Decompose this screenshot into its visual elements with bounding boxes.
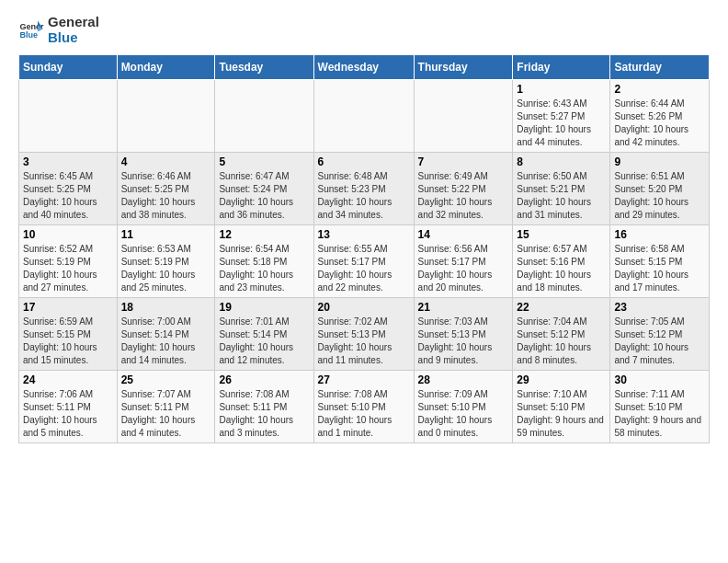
calendar-header-sunday: Sunday (19, 55, 118, 80)
calendar-cell: 30Sunrise: 7:11 AMSunset: 5:10 PMDayligh… (610, 371, 710, 443)
day-number: 2 (614, 83, 705, 96)
calendar-cell: 3Sunrise: 6:45 AMSunset: 5:25 PMDaylight… (19, 153, 118, 225)
calendar-table: SundayMondayTuesdayWednesdayThursdayFrid… (18, 54, 710, 443)
calendar-cell: 10Sunrise: 6:52 AMSunset: 5:19 PMDayligh… (19, 225, 118, 298)
day-info: Sunrise: 6:45 AMSunset: 5:25 PMDaylight:… (23, 170, 113, 222)
day-number: 23 (614, 301, 705, 314)
day-info: Sunrise: 7:03 AMSunset: 5:13 PMDaylight:… (418, 316, 509, 367)
calendar-cell: 29Sunrise: 7:10 AMSunset: 5:10 PMDayligh… (513, 371, 610, 443)
day-info: Sunrise: 6:58 AMSunset: 5:15 PMDaylight:… (614, 243, 705, 294)
calendar-cell (313, 80, 414, 153)
calendar-cell: 20Sunrise: 7:02 AMSunset: 5:13 PMDayligh… (313, 298, 414, 371)
day-info: Sunrise: 6:54 AMSunset: 5:18 PMDaylight:… (219, 243, 309, 294)
calendar-cell: 28Sunrise: 7:09 AMSunset: 5:10 PMDayligh… (414, 371, 513, 443)
svg-text:Blue: Blue (19, 30, 38, 40)
calendar-cell: 22Sunrise: 7:04 AMSunset: 5:12 PMDayligh… (513, 298, 610, 371)
calendar-header-saturday: Saturday (610, 55, 710, 80)
day-number: 4 (121, 155, 211, 168)
day-info: Sunrise: 7:07 AMSunset: 5:11 PMDaylight:… (121, 388, 211, 440)
calendar-cell (215, 80, 313, 153)
day-number: 25 (121, 373, 211, 386)
calendar-cell (414, 80, 513, 153)
day-number: 14 (418, 228, 509, 241)
calendar-cell: 4Sunrise: 6:46 AMSunset: 5:25 PMDaylight… (117, 153, 215, 225)
day-info: Sunrise: 6:47 AMSunset: 5:24 PMDaylight:… (219, 170, 309, 222)
day-number: 17 (23, 301, 113, 314)
day-number: 11 (121, 228, 211, 241)
day-info: Sunrise: 7:01 AMSunset: 5:14 PMDaylight:… (219, 316, 309, 367)
day-number: 5 (219, 155, 309, 168)
logo: General Blue General Blue (18, 15, 99, 45)
calendar-cell: 24Sunrise: 7:06 AMSunset: 5:11 PMDayligh… (19, 371, 118, 443)
calendar-cell: 15Sunrise: 6:57 AMSunset: 5:16 PMDayligh… (513, 225, 610, 298)
day-number: 22 (517, 301, 606, 314)
calendar-header-tuesday: Tuesday (215, 55, 313, 80)
day-info: Sunrise: 6:48 AMSunset: 5:23 PMDaylight:… (318, 170, 410, 222)
calendar-cell: 1Sunrise: 6:43 AMSunset: 5:27 PMDaylight… (513, 80, 610, 153)
day-number: 7 (418, 155, 509, 168)
day-info: Sunrise: 7:11 AMSunset: 5:10 PMDaylight:… (614, 388, 705, 440)
calendar-cell: 27Sunrise: 7:08 AMSunset: 5:10 PMDayligh… (313, 371, 414, 443)
day-info: Sunrise: 7:09 AMSunset: 5:10 PMDaylight:… (418, 388, 509, 440)
day-number: 27 (318, 373, 410, 386)
day-info: Sunrise: 6:51 AMSunset: 5:20 PMDaylight:… (614, 170, 705, 222)
day-number: 30 (614, 373, 705, 386)
header: General Blue General Blue (18, 15, 710, 45)
calendar-cell: 25Sunrise: 7:07 AMSunset: 5:11 PMDayligh… (117, 371, 215, 443)
calendar-week-row: 10Sunrise: 6:52 AMSunset: 5:19 PMDayligh… (19, 225, 710, 298)
day-info: Sunrise: 7:08 AMSunset: 5:10 PMDaylight:… (318, 388, 410, 440)
logo-blue-text: Blue (48, 29, 78, 45)
day-info: Sunrise: 6:53 AMSunset: 5:19 PMDaylight:… (121, 243, 211, 294)
calendar-header-wednesday: Wednesday (313, 55, 414, 80)
calendar-header-friday: Friday (513, 55, 610, 80)
calendar-cell: 26Sunrise: 7:08 AMSunset: 5:11 PMDayligh… (215, 371, 313, 443)
calendar-cell: 23Sunrise: 7:05 AMSunset: 5:12 PMDayligh… (610, 298, 710, 371)
day-number: 18 (121, 301, 211, 314)
calendar-header-thursday: Thursday (414, 55, 513, 80)
day-info: Sunrise: 7:00 AMSunset: 5:14 PMDaylight:… (121, 316, 211, 367)
calendar-cell: 11Sunrise: 6:53 AMSunset: 5:19 PMDayligh… (117, 225, 215, 298)
day-number: 16 (614, 228, 705, 241)
calendar-week-row: 3Sunrise: 6:45 AMSunset: 5:25 PMDaylight… (19, 153, 710, 225)
day-number: 12 (219, 228, 309, 241)
calendar-cell: 21Sunrise: 7:03 AMSunset: 5:13 PMDayligh… (414, 298, 513, 371)
calendar-cell: 12Sunrise: 6:54 AMSunset: 5:18 PMDayligh… (215, 225, 313, 298)
day-number: 1 (517, 83, 606, 96)
calendar-cell: 2Sunrise: 6:44 AMSunset: 5:26 PMDaylight… (610, 80, 710, 153)
day-number: 29 (517, 373, 606, 386)
calendar-cell (19, 80, 118, 153)
calendar-week-row: 1Sunrise: 6:43 AMSunset: 5:27 PMDaylight… (19, 80, 710, 153)
calendar-week-row: 24Sunrise: 7:06 AMSunset: 5:11 PMDayligh… (19, 371, 710, 443)
day-info: Sunrise: 6:44 AMSunset: 5:26 PMDaylight:… (614, 98, 705, 149)
calendar-cell: 19Sunrise: 7:01 AMSunset: 5:14 PMDayligh… (215, 298, 313, 371)
calendar-cell: 8Sunrise: 6:50 AMSunset: 5:21 PMDaylight… (513, 153, 610, 225)
day-number: 20 (318, 301, 410, 314)
day-number: 28 (418, 373, 509, 386)
calendar-header-monday: Monday (117, 55, 215, 80)
calendar-cell: 7Sunrise: 6:49 AMSunset: 5:22 PMDaylight… (414, 153, 513, 225)
day-number: 8 (517, 155, 606, 168)
day-info: Sunrise: 7:02 AMSunset: 5:13 PMDaylight:… (318, 316, 410, 367)
day-info: Sunrise: 7:10 AMSunset: 5:10 PMDaylight:… (517, 388, 606, 440)
day-info: Sunrise: 6:46 AMSunset: 5:25 PMDaylight:… (121, 170, 211, 222)
calendar-cell: 17Sunrise: 6:59 AMSunset: 5:15 PMDayligh… (19, 298, 118, 371)
calendar-cell (117, 80, 215, 153)
day-info: Sunrise: 7:05 AMSunset: 5:12 PMDaylight:… (614, 316, 705, 367)
calendar-header-row: SundayMondayTuesdayWednesdayThursdayFrid… (19, 55, 710, 80)
calendar-cell: 6Sunrise: 6:48 AMSunset: 5:23 PMDaylight… (313, 153, 414, 225)
day-info: Sunrise: 6:50 AMSunset: 5:21 PMDaylight:… (517, 170, 606, 222)
calendar-cell: 5Sunrise: 6:47 AMSunset: 5:24 PMDaylight… (215, 153, 313, 225)
calendar-cell: 18Sunrise: 7:00 AMSunset: 5:14 PMDayligh… (117, 298, 215, 371)
day-info: Sunrise: 6:49 AMSunset: 5:22 PMDaylight:… (418, 170, 509, 222)
day-number: 26 (219, 373, 309, 386)
day-number: 9 (614, 155, 705, 168)
day-number: 19 (219, 301, 309, 314)
day-info: Sunrise: 7:08 AMSunset: 5:11 PMDaylight:… (219, 388, 309, 440)
day-info: Sunrise: 6:55 AMSunset: 5:17 PMDaylight:… (318, 243, 410, 294)
logo-general-text: General (48, 14, 99, 29)
day-info: Sunrise: 7:04 AMSunset: 5:12 PMDaylight:… (517, 316, 606, 367)
calendar-week-row: 17Sunrise: 6:59 AMSunset: 5:15 PMDayligh… (19, 298, 710, 371)
logo-icon: General Blue (18, 17, 44, 43)
calendar-cell: 14Sunrise: 6:56 AMSunset: 5:17 PMDayligh… (414, 225, 513, 298)
day-info: Sunrise: 6:52 AMSunset: 5:19 PMDaylight:… (23, 243, 113, 294)
